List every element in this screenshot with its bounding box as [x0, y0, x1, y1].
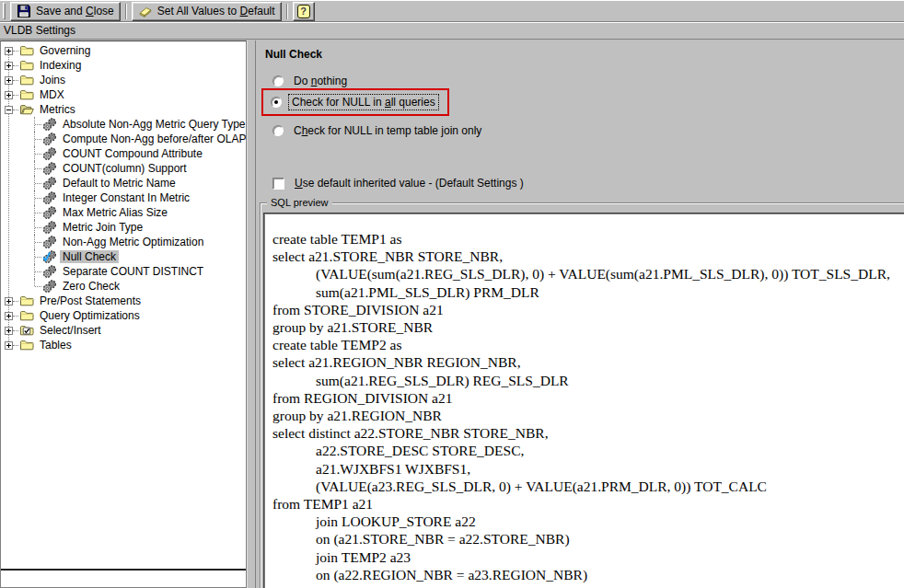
tree-item-label: COUNT Compound Attribute — [60, 147, 205, 160]
expand-icon[interactable] — [5, 312, 13, 320]
tree-item-pre-post-statements[interactable]: Pre/Post Statements — [1, 294, 246, 308]
tree-item-mdx[interactable]: MDX — [1, 87, 246, 102]
tree-item-label: Integer Constant In Metric — [60, 191, 192, 204]
tree-item-label: Query Optimizations — [37, 309, 143, 322]
sql-line: group by a21.STORE_NBR — [272, 318, 904, 336]
save-and-close-button[interactable]: Save and Close — [10, 2, 121, 21]
sql-line: sum(a21.PML_SLS_DLR) PRM_DLR — [272, 283, 904, 301]
tree-item-label: Joins — [37, 74, 68, 86]
tree-connector — [13, 330, 18, 331]
gears-icon — [42, 161, 57, 176]
tree-item-max-metric-alias-size[interactable]: Max Metric Alias Size — [1, 205, 246, 220]
tree-connector — [35, 257, 41, 258]
expand-icon[interactable] — [5, 297, 13, 306]
sql-line: a22.STORE_DESC STORE_DESC, — [272, 442, 904, 459]
tree-item-compute-non-agg-before-after-olap-funct[interactable]: Compute Non-Agg before/after OLAP Funct — [1, 132, 246, 146]
tree-item-label: Metric Join Type — [60, 221, 145, 234]
tree-item-non-agg-metric-optimization[interactable]: Non-Agg Metric Optimization — [1, 235, 246, 249]
tree-connector — [13, 80, 18, 81]
toolbar-separator — [125, 4, 127, 19]
sql-line: select distinct a22.STORE_NBR STORE_NBR, — [272, 424, 904, 442]
tree-connector — [35, 124, 41, 125]
expand-icon[interactable] — [5, 341, 13, 350]
sql-line: create table TEMP1 as — [272, 230, 904, 248]
tree-item-null-check[interactable]: Null Check — [1, 249, 246, 264]
expand-icon[interactable] — [5, 327, 13, 335]
tree-connector — [35, 154, 41, 155]
tree-item-governing[interactable]: Governing — [1, 43, 246, 58]
radio-check-null-all-queries[interactable]: Check for NULL in all queries — [271, 95, 438, 110]
tree-item-select-insert[interactable]: Select/Insert — [1, 323, 246, 338]
setting-title: Null Check — [265, 48, 322, 61]
use-default-inherited-row[interactable]: Use default inherited value - (Default S… — [272, 176, 527, 190]
tree-item-count-compound-attribute[interactable]: COUNT Compound Attribute — [1, 146, 246, 161]
tree-connector — [13, 345, 18, 346]
sql-line: on (a21.STORE_NBR = a22.STORE_NBR) — [272, 530, 904, 548]
checkbox-icon[interactable] — [272, 178, 284, 190]
sql-line: from TEMP1 a21 — [272, 495, 904, 513]
tree-item-default-to-metric-name[interactable]: Default to Metric Name — [1, 176, 246, 190]
toolbar-grip[interactable] — [3, 3, 6, 19]
tree-item-metrics[interactable]: Metrics — [1, 102, 246, 117]
expand-icon[interactable] — [5, 47, 13, 55]
save-and-close-label: Save and Close — [36, 5, 114, 17]
tree-item-absolute-non-agg-metric-query-type[interactable]: Absolute Non-Agg Metric Query Type — [1, 117, 246, 132]
tree-item-label: Pre/Post Statements — [37, 294, 144, 307]
radio-button-icon[interactable] — [271, 97, 282, 108]
panel-caption: VLDB Settings — [0, 22, 904, 40]
tree-item-label: MDX — [37, 88, 67, 101]
folder-icon — [19, 338, 34, 352]
radio-button-icon[interactable] — [272, 75, 284, 86]
tree-item-separate-count-distinct[interactable]: Separate COUNT DISTINCT — [1, 264, 246, 279]
folder-open-icon — [19, 102, 34, 117]
floppy-disk-icon — [17, 4, 31, 18]
tree-item-label: Compute Non-Agg before/after OLAP Funct — [60, 133, 247, 145]
tree-item-label: Non-Agg Metric Optimization — [60, 236, 206, 248]
tree-item-label: Indexing — [37, 59, 84, 72]
tree-item-label: Governing — [37, 44, 93, 57]
gears-icon — [42, 279, 57, 294]
tree-item-query-optimizations[interactable]: Query Optimizations — [1, 308, 246, 323]
tree-item-joins[interactable]: Joins — [1, 73, 246, 87]
radio-button-icon[interactable] — [272, 125, 284, 136]
gears-icon — [42, 190, 57, 205]
tree-connector — [13, 65, 18, 66]
radio-label[interactable]: Check for NULL in temp table join only — [291, 123, 484, 138]
radio-do-nothing[interactable]: Do nothing — [272, 74, 350, 88]
tree-item-count-column-support[interactable]: COUNT(column) Support — [1, 161, 246, 176]
sql-line: a21.WJXBFS1 WJXBFS1, — [272, 460, 904, 478]
tree-item-metric-join-type[interactable]: Metric Join Type — [1, 220, 246, 235]
checkbox-label[interactable]: Use default inherited value - (Default S… — [292, 176, 527, 190]
main-area: GoverningIndexingJoinsMDXMetricsAbsolute… — [0, 40, 904, 588]
toolbar-separator — [286, 4, 288, 19]
tree-item-label: Zero Check — [60, 280, 122, 293]
tree-connector — [35, 213, 41, 213]
tree-item-indexing[interactable]: Indexing — [1, 58, 246, 73]
tree-connector — [35, 139, 41, 140]
collapse-icon[interactable] — [5, 106, 13, 114]
gears-icon — [42, 235, 57, 249]
radio-label[interactable]: Check for NULL in all queries — [289, 95, 438, 110]
tree-item-tables[interactable]: Tables — [1, 338, 246, 352]
gears-icon — [42, 176, 57, 190]
tree-item-label: Separate COUNT DISTINCT — [60, 265, 206, 278]
panel-splitter[interactable] — [247, 40, 256, 588]
annotation-red-box: Check for NULL in all queries — [261, 88, 449, 116]
gears-check-icon — [42, 249, 57, 264]
folder-icon — [19, 294, 34, 308]
tree-item-zero-check[interactable]: Zero Check — [1, 279, 246, 294]
tree-item-label: Null Check — [60, 250, 119, 263]
expand-icon[interactable] — [5, 62, 13, 70]
help-button[interactable]: ? — [293, 2, 315, 21]
expand-icon[interactable] — [5, 76, 13, 85]
tree-item-integer-constant-in-metric[interactable]: Integer Constant In Metric — [1, 190, 246, 205]
radio-label[interactable]: Do nothing — [291, 74, 350, 88]
folder-icon — [19, 58, 34, 73]
set-all-values-default-button[interactable]: Set All Values to Default — [132, 2, 282, 21]
gears-icon — [42, 220, 57, 235]
tree-connector — [13, 110, 18, 110]
tree-connector — [13, 316, 18, 317]
tree-connector — [35, 286, 41, 287]
radio-check-null-temp-table-join[interactable]: Check for NULL in temp table join only — [272, 123, 484, 138]
expand-icon[interactable] — [5, 91, 13, 99]
